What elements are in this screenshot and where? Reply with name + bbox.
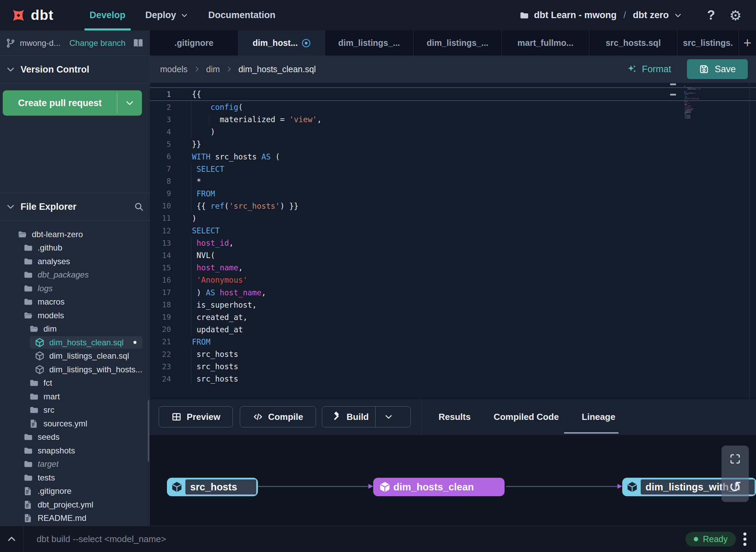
tree-item-dim_hosts_clean.sql[interactable]: dim_hosts_clean.sql	[0, 336, 149, 349]
code-line-12[interactable]: 12SELECT	[150, 224, 756, 237]
code-line-20[interactable]: 20 updated_at	[150, 323, 756, 336]
indent-guide	[191, 101, 191, 113]
preview-button[interactable]: Preview	[159, 406, 233, 427]
tree-item-fct[interactable]: fct	[0, 376, 149, 390]
code-line-18[interactable]: 18 is_superhost,	[150, 299, 756, 311]
version-control-header[interactable]: Version Control	[0, 56, 149, 84]
help-icon[interactable]: ?	[707, 8, 715, 23]
pr-dropdown-chevron-icon[interactable]	[117, 90, 142, 116]
build-dropdown-chevron-icon[interactable]	[375, 407, 402, 427]
dbt-logo[interactable]: dbt	[10, 7, 54, 24]
tree-item-logs[interactable]: logs	[0, 282, 149, 295]
code-line-22[interactable]: 22 src_hosts	[150, 348, 756, 360]
code-line-15[interactable]: 15 host_name,	[150, 261, 756, 274]
code-line-3[interactable]: 3 materialized = 'view',	[150, 113, 756, 126]
tree-item-dbt_packages[interactable]: dbt_packages	[0, 268, 149, 282]
build-button[interactable]: Build	[322, 406, 411, 427]
editor-scrollbar-track[interactable]	[749, 83, 750, 399]
code-text: WITH src_hosts AS (	[192, 152, 280, 161]
create-pull-request-button[interactable]: Create pull request	[3, 90, 142, 116]
lineage-node-src_hosts[interactable]: src_hosts	[167, 478, 258, 496]
minimap-change-marker	[670, 94, 676, 95]
nav-item-deploy[interactable]: Deploy	[135, 0, 198, 30]
search-icon[interactable]	[134, 202, 144, 212]
code-line-19[interactable]: 19 created_at,	[150, 311, 756, 323]
tree-item-dbt-learn-zero[interactable]: dbt-learn-zero	[0, 228, 149, 241]
tree-item-snapshots[interactable]: snapshots	[0, 444, 149, 458]
tree-item-analyses[interactable]: analyses	[0, 255, 149, 268]
panel-tab-compiled-code[interactable]: Compiled Code	[494, 412, 559, 422]
code-line-16[interactable]: 16 'Anonymous'	[150, 274, 756, 286]
code-line-7[interactable]: 7 SELECT	[150, 163, 756, 175]
indent-guide	[191, 274, 191, 286]
file-tab-6[interactable]: src_listings.	[677, 30, 739, 55]
code-line-13[interactable]: 13 host_id,	[150, 237, 756, 249]
file-tab-0[interactable]: .gitignore	[150, 30, 238, 55]
file-tab-3[interactable]: dim_listings_...	[414, 30, 502, 55]
hammer-icon	[331, 412, 341, 422]
lineage-canvas[interactable]: src_hostsdim_hosts_cleandim_listings_wit…	[150, 435, 756, 526]
kebab-menu-icon[interactable]	[743, 532, 746, 546]
editor-minimap[interactable]: {{ config( materialized = 'view', )}}WIT…	[684, 86, 705, 119]
tree-item-tests[interactable]: tests	[0, 471, 149, 485]
tree-item-label: dbt_packages	[38, 270, 89, 280]
lineage-node-dim_hosts_clean[interactable]: dim_hosts_clean	[373, 478, 505, 496]
tree-item-macros[interactable]: macros	[0, 295, 149, 309]
command-input[interactable]: dbt build --select <model_name>	[37, 534, 166, 544]
code-line-24[interactable]: 24 src_hosts	[150, 373, 756, 385]
code-line-4[interactable]: 4 )	[150, 126, 756, 138]
code-line-6[interactable]: 6WITH src_hosts AS (	[150, 150, 756, 163]
tree-item-src[interactable]: src	[0, 403, 149, 417]
breadcrumb-models[interactable]: models	[160, 64, 188, 74]
file-explorer-header[interactable]: File Explorer	[0, 193, 149, 221]
save-button[interactable]: Save	[687, 59, 748, 79]
code-line-9[interactable]: 9 FROM	[150, 188, 756, 200]
code-line-21[interactable]: 21FROM	[150, 336, 756, 348]
tree-item-dim_listings_clean.sql[interactable]: dim_listings_clean.sql	[0, 349, 149, 363]
refresh-icon[interactable]: ↺	[729, 479, 742, 495]
nav-item-documentation[interactable]: Documentation	[198, 0, 286, 30]
code-line-10[interactable]: 10 {{ ref('src_hosts') }}	[150, 200, 756, 212]
code-line-1[interactable]: 1{{	[150, 87, 756, 101]
sidebar-scrollbar[interactable]	[148, 400, 149, 462]
change-branch-link[interactable]: Change branch	[69, 38, 126, 48]
chevron-up-icon[interactable]	[0, 526, 24, 552]
line-number: 16	[150, 276, 184, 284]
panel-tab-lineage[interactable]: Lineage	[582, 412, 615, 422]
code-line-23[interactable]: 23 src_hosts	[150, 360, 756, 373]
code-line-11[interactable]: 11)	[150, 212, 756, 224]
tree-item-seeds[interactable]: seeds	[0, 431, 149, 444]
panel-tab-results[interactable]: Results	[439, 412, 471, 422]
file-tab-1[interactable]: dim_host...	[238, 30, 325, 55]
tree-item-.github[interactable]: .github	[0, 241, 149, 255]
compile-button[interactable]: Compile	[240, 406, 316, 427]
tree-item-README.md[interactable]: README.md	[0, 512, 149, 525]
file-tab-2[interactable]: dim_listings_...	[325, 30, 414, 55]
project-switcher[interactable]: dbt Learn - mwong / dbt zero	[519, 10, 682, 21]
file-tab-5[interactable]: src_hosts.sql	[589, 30, 677, 55]
tree-item-dim_listings_with_hosts...[interactable]: dim_listings_with_hosts...	[0, 363, 149, 376]
nav-item-develop[interactable]: Develop	[80, 0, 135, 30]
minimap-line: src_hosts	[684, 117, 705, 119]
code-line-2[interactable]: 2 config(	[150, 101, 756, 113]
new-tab-button[interactable]: +	[739, 30, 756, 55]
tree-item-.gitignore[interactable]: .gitignore	[0, 485, 149, 498]
gear-icon[interactable]: ⚙	[729, 9, 742, 22]
code-line-5[interactable]: 5}}	[150, 138, 756, 150]
tree-item-dbt_project.yml[interactable]: dbt_project.yml	[0, 498, 149, 512]
code-line-17[interactable]: 17 ) AS host_name,	[150, 286, 756, 299]
code-editor[interactable]: 1{{2 config(3 materialized = 'view',4 )5…	[150, 83, 756, 399]
format-button[interactable]: Format	[627, 64, 671, 75]
fullscreen-icon[interactable]	[729, 453, 741, 465]
docs-book-icon[interactable]	[132, 37, 144, 49]
breadcrumb-dim[interactable]: dim	[206, 64, 220, 74]
tree-item-models[interactable]: models	[0, 309, 149, 322]
code-line-14[interactable]: 14 NVL(	[150, 249, 756, 261]
code-line-8[interactable]: 8 *	[150, 175, 756, 188]
file-tab-4[interactable]: mart_fullmo...	[502, 30, 589, 55]
file-tab-label: dim_listings_...	[338, 38, 400, 48]
tree-item-sources.yml[interactable]: sources.yml	[0, 417, 149, 431]
tree-item-mart[interactable]: mart	[0, 390, 149, 403]
tree-item-target[interactable]: target	[0, 458, 149, 471]
tree-item-dim[interactable]: dim	[0, 322, 149, 336]
